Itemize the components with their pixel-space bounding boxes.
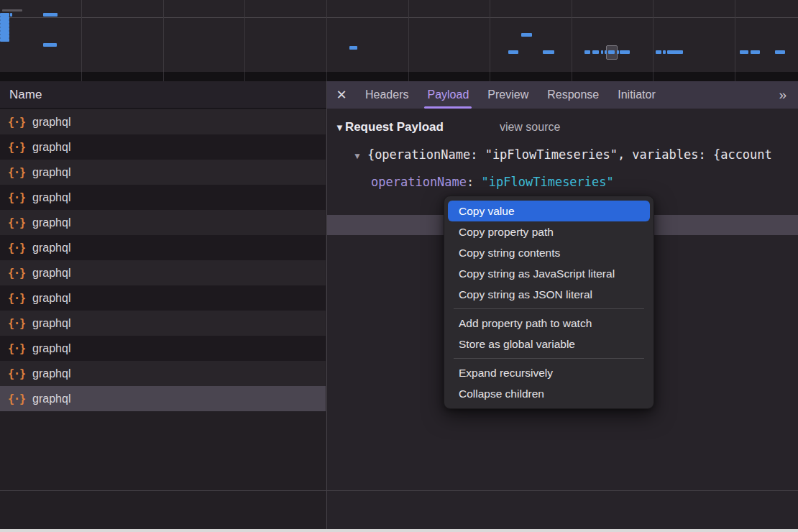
menu-item-copy-string-as-javascript-literal[interactable]: Copy string as JavaScript literal bbox=[444, 263, 653, 284]
property-value: "ipFlowTimeseries" bbox=[482, 175, 614, 189]
json-braces-icon: {·} bbox=[8, 141, 25, 154]
waterfall-bar bbox=[0, 38, 9, 42]
footer-divider bbox=[0, 490, 798, 491]
overview-tick bbox=[163, 72, 164, 81]
overview-gridline bbox=[81, 0, 82, 72]
request-name: graphql bbox=[32, 267, 70, 280]
section-title: Request Payload bbox=[345, 120, 444, 134]
table-row[interactable]: {·}graphql bbox=[0, 311, 326, 336]
json-braces-icon: {·} bbox=[8, 216, 25, 229]
menu-item-expand-recursively[interactable]: Expand recursively bbox=[444, 362, 653, 383]
json-braces-icon: {·} bbox=[8, 393, 25, 405]
table-row[interactable]: {·}graphql bbox=[0, 160, 326, 185]
overview-tick bbox=[244, 72, 245, 81]
waterfall-bar bbox=[740, 50, 748, 54]
request-name: graphql bbox=[32, 342, 70, 355]
waterfall-bar bbox=[775, 50, 785, 54]
waterfall-bar bbox=[601, 50, 603, 54]
waterfall-bar bbox=[508, 50, 518, 54]
waterfall-bar bbox=[43, 43, 57, 47]
overview-tick bbox=[408, 72, 409, 81]
waterfall-bar bbox=[592, 50, 599, 54]
context-menu: Copy valueCopy property pathCopy string … bbox=[444, 196, 654, 409]
property-key: operationName bbox=[371, 175, 467, 189]
request-name: graphql bbox=[32, 292, 70, 305]
tab-initiator[interactable]: Initiator bbox=[608, 81, 664, 109]
overview-gridline bbox=[490, 0, 490, 72]
table-row[interactable]: {·}graphql bbox=[0, 134, 326, 160]
waterfall-bar bbox=[349, 46, 357, 50]
overview-gridline-horizontal bbox=[0, 17, 798, 18]
table-row[interactable]: {·}graphql bbox=[0, 235, 326, 260]
payload-row-object-preview[interactable]: ▼{operationName: "ipFlowTimeseries", var… bbox=[327, 145, 798, 165]
table-row[interactable]: {·}graphql bbox=[0, 336, 326, 361]
menu-separator bbox=[454, 308, 644, 309]
request-name: graphql bbox=[32, 191, 70, 204]
waterfall-bar bbox=[656, 50, 661, 54]
network-overview[interactable] bbox=[0, 0, 798, 72]
overview-gridline bbox=[653, 0, 653, 72]
table-row[interactable]: {·}graphql bbox=[0, 185, 326, 210]
table-row[interactable]: {·}graphql bbox=[0, 361, 326, 386]
waterfall-bar bbox=[605, 50, 607, 54]
collapse-triangle-icon[interactable]: ▼ bbox=[335, 122, 344, 133]
collapse-triangle-icon[interactable]: ▼ bbox=[353, 151, 362, 161]
table-row[interactable]: {·}graphql bbox=[0, 260, 326, 285]
overview-gridline bbox=[572, 0, 572, 72]
waterfall-bar bbox=[667, 50, 683, 54]
request-name: graphql bbox=[32, 166, 70, 179]
window-bottom-edge bbox=[0, 529, 798, 532]
column-header-name[interactable]: Name bbox=[0, 81, 326, 109]
json-braces-icon: {·} bbox=[8, 367, 25, 380]
request-name: graphql bbox=[32, 216, 70, 229]
request-name: graphql bbox=[32, 242, 70, 254]
overview-gridline bbox=[326, 0, 327, 72]
overview-tick bbox=[572, 72, 572, 81]
menu-item-copy-string-as-json-literal[interactable]: Copy string as JSON literal bbox=[444, 284, 653, 305]
menu-item-copy-property-path[interactable]: Copy property path bbox=[444, 221, 653, 242]
request-list: {·}graphql{·}graphql{·}graphql{·}graphql… bbox=[0, 109, 326, 411]
json-braces-icon: {·} bbox=[8, 166, 25, 179]
request-name: graphql bbox=[32, 367, 70, 380]
overview-gridline bbox=[735, 0, 735, 72]
view-source-link[interactable]: view source bbox=[500, 121, 560, 134]
menu-item-copy-string-contents[interactable]: Copy string contents bbox=[444, 242, 653, 263]
menu-item-collapse-children[interactable]: Collapse children bbox=[444, 383, 653, 404]
waterfall-bar bbox=[43, 13, 58, 17]
close-icon[interactable]: ✕ bbox=[327, 87, 356, 103]
waterfall-bar bbox=[608, 50, 615, 54]
tab-response[interactable]: Response bbox=[538, 81, 608, 109]
waterfall-bar bbox=[617, 50, 619, 54]
waterfall-bar bbox=[10, 13, 12, 17]
inspector-tabbar: ✕ HeadersPayloadPreviewResponseInitiator… bbox=[327, 81, 798, 109]
request-name: graphql bbox=[32, 317, 70, 330]
menu-item-copy-value[interactable]: Copy value bbox=[448, 201, 650, 221]
table-row[interactable]: {·}graphql bbox=[0, 285, 326, 311]
tab-headers[interactable]: Headers bbox=[356, 81, 418, 109]
overview-bottom-strip bbox=[0, 72, 798, 81]
table-row[interactable]: {·}graphql bbox=[0, 109, 326, 134]
table-row[interactable]: {·}graphql bbox=[0, 386, 326, 411]
devtools-window: Name {·}graphql{·}graphql{·}graphql{·}gr… bbox=[0, 0, 798, 532]
payload-row-operation-name[interactable]: operationName: "ipFlowTimeseries" bbox=[327, 172, 798, 192]
request-payload-section-header[interactable]: ▼Request Payload view source bbox=[335, 117, 560, 137]
overview-tick bbox=[653, 72, 653, 81]
waterfall-gray-bar bbox=[2, 9, 22, 12]
waterfall-bar bbox=[663, 50, 666, 54]
menu-separator bbox=[454, 358, 644, 359]
overview-gridline bbox=[244, 0, 245, 72]
request-name: graphql bbox=[32, 116, 70, 129]
table-row[interactable]: {·}graphql bbox=[0, 210, 326, 235]
tab-payload[interactable]: Payload bbox=[418, 81, 478, 109]
object-preview-text: {operationName: "ipFlowTimeseries", vari… bbox=[367, 147, 772, 162]
overview-tick bbox=[735, 72, 735, 81]
overview-tick bbox=[326, 72, 327, 81]
tab-preview[interactable]: Preview bbox=[478, 81, 538, 109]
waterfall-bar bbox=[620, 50, 630, 54]
more-tabs-icon[interactable]: » bbox=[779, 87, 798, 103]
column-header-label: Name bbox=[9, 88, 42, 102]
menu-item-add-property-path-to-watch[interactable]: Add property path to watch bbox=[444, 313, 653, 334]
menu-item-store-as-global-variable[interactable]: Store as global variable bbox=[444, 334, 653, 354]
overview-gridline bbox=[163, 0, 164, 72]
request-table-panel: Name {·}graphql{·}graphql{·}graphql{·}gr… bbox=[0, 81, 327, 529]
